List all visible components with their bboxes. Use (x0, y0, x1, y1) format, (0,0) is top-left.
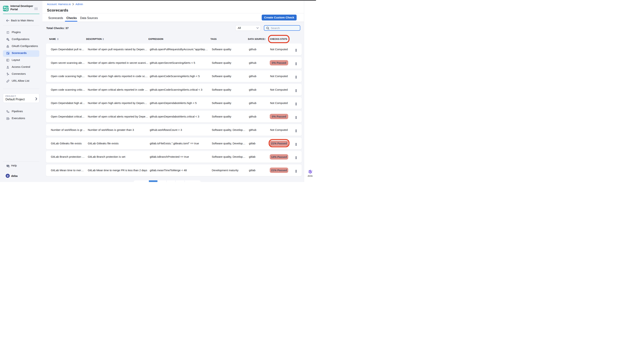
svg-text:D: D (7, 175, 9, 177)
svg-text:?: ? (7, 165, 8, 166)
